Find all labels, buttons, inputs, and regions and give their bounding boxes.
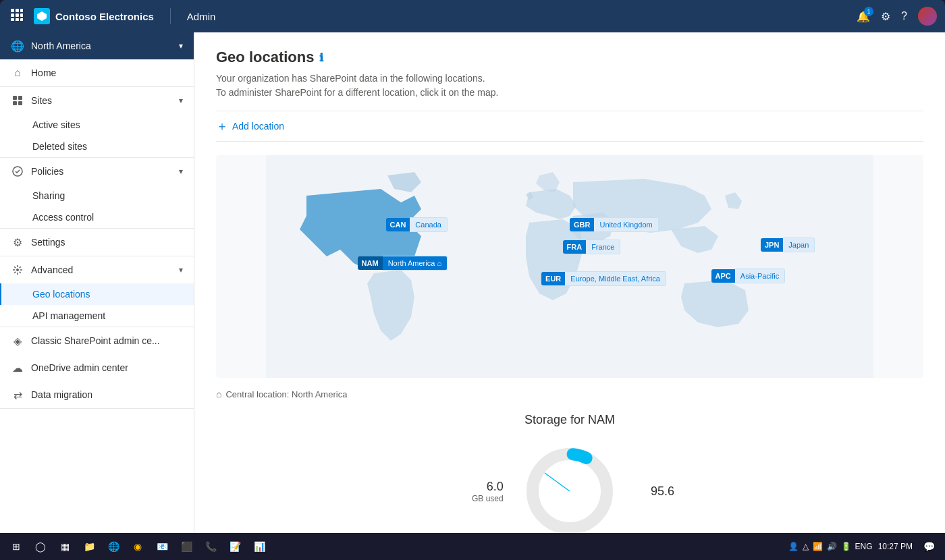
geo-badge-eur[interactable]: EUR Europe, Middle East, Africa	[541, 271, 666, 286]
sidebar-item-settings[interactable]: ⚙ Settings	[0, 229, 194, 256]
notification-icon[interactable]: 🔔 1	[857, 10, 870, 23]
taskbar-task-view[interactable]: ▦	[54, 536, 76, 557]
advanced-submenu: Geo locations API management	[0, 283, 194, 327]
app-logo: Contoso Electronics	[34, 8, 154, 24]
sidebar-item-deleted-sites[interactable]: Deleted sites	[0, 136, 194, 157]
tray-icon-volume[interactable]: 🔊	[827, 542, 837, 551]
sidebar-item-data-migration[interactable]: ⇄ Data migration	[0, 381, 194, 408]
sidebar-item-access-control[interactable]: Access control	[0, 206, 194, 228]
taskbar-outlook[interactable]: 📧	[151, 536, 173, 557]
home-section: ⌂ Home	[0, 59, 194, 87]
taskbar-chrome[interactable]: ◉	[127, 536, 148, 557]
topbar-divider	[170, 8, 171, 24]
donut-chart-svg	[519, 441, 620, 533]
settings-section: ⚙ Settings	[0, 229, 194, 256]
svg-rect-11	[18, 96, 22, 100]
geo-badge-can[interactable]: CAN Canada	[386, 217, 448, 232]
tray-icon-1[interactable]: 👤	[788, 542, 799, 551]
migration-label: Data migration	[31, 389, 183, 400]
taskbar-search[interactable]: ◯	[30, 536, 51, 557]
sidebar-item-home[interactable]: ⌂ Home	[0, 59, 194, 86]
storage-total-value: 95.6	[651, 484, 674, 499]
sidebar-item-sites[interactable]: Sites ▾	[0, 87, 194, 114]
tray-icon-lang[interactable]: ENG	[855, 542, 873, 551]
plus-icon: ＋	[216, 118, 228, 134]
topbar-left: Contoso Electronics Admin	[8, 6, 857, 27]
geo-badge-fra[interactable]: FRA France	[563, 240, 621, 254]
sidebar-item-advanced[interactable]: Advanced ▾	[0, 256, 194, 283]
policies-label: Policies	[31, 166, 172, 177]
central-home-icon: ⌂	[216, 389, 221, 399]
sites-label: Sites	[31, 95, 172, 106]
svg-rect-4	[16, 13, 19, 17]
tray-icon-battery[interactable]: 🔋	[841, 542, 851, 551]
settings-label: Settings	[31, 237, 183, 248]
app-grid-icon[interactable]	[8, 6, 26, 27]
taskbar-excel[interactable]: 📊	[248, 536, 270, 557]
region-selector[interactable]: 🌐 North America ▾	[0, 32, 194, 59]
policies-submenu: Sharing Access control	[0, 185, 194, 228]
taskbar-app1[interactable]: ⬛	[176, 536, 197, 557]
storage-total-label: 95.6	[651, 484, 674, 499]
geo-code-gbr: GBR	[570, 218, 594, 231]
sidebar-item-sharing[interactable]: Sharing	[0, 185, 194, 206]
svg-rect-12	[13, 101, 17, 105]
taskbar-time: 10:27 PM	[878, 542, 913, 551]
user-avatar[interactable]	[918, 7, 937, 26]
taskbar-file-explorer[interactable]: 📁	[78, 536, 100, 557]
storage-used-value: 6.0	[472, 480, 504, 494]
storage-used-unit: GB used	[472, 494, 504, 503]
page-info-icon[interactable]: ℹ	[319, 51, 323, 64]
add-location-bar[interactable]: ＋ Add location	[216, 111, 923, 142]
taskbar-onenote[interactable]: 📝	[224, 536, 246, 557]
taskbar-start[interactable]: ⊞	[5, 536, 27, 557]
tray-icon-2[interactable]: △	[803, 542, 809, 551]
tray-icon-wifi[interactable]: 📶	[813, 542, 823, 551]
geo-code-jpn: JPN	[761, 238, 783, 252]
page-description: Your organization has SharePoint data in…	[216, 72, 923, 100]
notification-badge: 1	[864, 7, 873, 16]
geo-badge-nam[interactable]: NAM North America ⌂	[358, 256, 448, 271]
taskbar-teams[interactable]: 📞	[200, 536, 221, 557]
sidebar: 🌐 North America ▾ ⌂ Home Sites ▾	[0, 32, 194, 533]
sites-chevron: ▾	[179, 96, 183, 105]
sidebar-item-api-management[interactable]: API management	[0, 305, 194, 327]
home-label: Home	[31, 67, 183, 78]
sidebar-item-policies[interactable]: Policies ▾	[0, 158, 194, 185]
sidebar-item-geo-locations[interactable]: Geo locations	[0, 283, 194, 305]
geo-name-can: Canada	[410, 217, 448, 232]
region-label: North America	[31, 40, 172, 51]
admin-label: Admin	[187, 11, 216, 22]
svg-rect-13	[18, 101, 22, 105]
svg-rect-5	[20, 13, 23, 17]
taskbar-edge[interactable]: 🌐	[103, 536, 124, 557]
svg-marker-9	[37, 11, 47, 21]
sidebar-item-classic-sharepoint[interactable]: ◈ Classic SharePoint admin ce...	[0, 327, 194, 354]
desc-line2: To administer SharePoint for a different…	[216, 86, 923, 100]
page-title: Geo locations ℹ	[216, 49, 923, 66]
sidebar-item-active-sites[interactable]: Active sites	[0, 114, 194, 136]
geo-name-gbr: United Kingdom	[594, 217, 658, 232]
svg-rect-7	[16, 18, 19, 21]
advanced-icon	[11, 263, 24, 277]
storage-used-label: 6.0 GB used	[472, 480, 504, 503]
geo-badge-apc[interactable]: APC Asia-Pacific	[711, 269, 786, 283]
sites-icon	[11, 94, 24, 107]
advanced-label: Advanced	[31, 264, 172, 275]
app-name: Contoso Electronics	[55, 11, 154, 22]
geo-badge-jpn[interactable]: JPN Japan	[761, 237, 815, 252]
geo-name-jpn: Japan	[783, 237, 815, 252]
geo-name-apc: Asia-Pacific	[735, 269, 785, 283]
sites-section: Sites ▾ Active sites Deleted sites	[0, 87, 194, 158]
geo-badge-gbr[interactable]: GBR United Kingdom	[570, 217, 659, 232]
help-icon[interactable]: ?	[901, 10, 907, 22]
world-map-container: CAN Canada GBR United Kingdom FRA France…	[216, 155, 923, 378]
svg-line-19	[545, 473, 570, 491]
taskbar-notification-center[interactable]: 💬	[918, 536, 940, 557]
geo-name-fra: France	[586, 240, 620, 254]
settings-icon[interactable]: ⚙	[881, 10, 890, 23]
sidebar-item-onedrive[interactable]: ☁ OneDrive admin center	[0, 354, 194, 381]
advanced-section: Advanced ▾ Geo locations API management	[0, 256, 194, 327]
svg-rect-1	[16, 9, 19, 12]
main-area: 🌐 North America ▾ ⌂ Home Sites ▾	[0, 32, 945, 533]
